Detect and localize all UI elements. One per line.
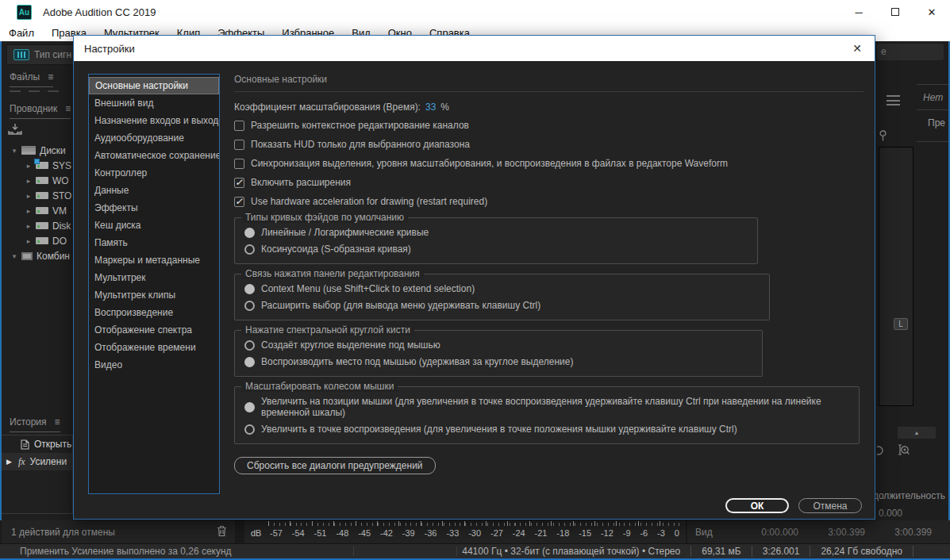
level-meter[interactable]: dB -57-54-51-48-45-42-39-36-33-30-27-24-…	[244, 520, 686, 543]
panel-menu-icon[interactable]: ≡	[65, 103, 71, 114]
category-control-surface[interactable]: Контроллер	[89, 164, 219, 182]
duration-column-header: должительность	[875, 490, 945, 501]
maximize-button[interactable]	[877, 0, 913, 24]
radio-row[interactable]: Линейные / Логарифмические кривые	[244, 227, 748, 238]
chevron-right-icon[interactable]: ▸	[25, 222, 32, 230]
checkbox-row-hardware-acceleration[interactable]: ✓ Use hardware acceleration for drawing …	[234, 195, 863, 208]
category-multitrack-clips[interactable]: Мультитрек клипы	[89, 286, 219, 304]
tree-row-drive[interactable]: ▸ WO	[2, 173, 73, 188]
menu-file[interactable]: Файл	[0, 27, 43, 39]
radio-row[interactable]: Воспроизводить место под мышью (удержива…	[244, 356, 752, 367]
meter-unit-label: dB	[251, 528, 261, 538]
category-appearance[interactable]: Внешний вид	[89, 94, 219, 112]
history-item-amplify[interactable]: ▶ fx Усилени	[2, 453, 72, 470]
tree-label: Диски	[40, 145, 66, 156]
history-item-open[interactable]: Открыть	[2, 435, 72, 453]
ok-button[interactable]: ОК	[725, 498, 789, 513]
history-panel-tab[interactable]: История ≡	[10, 416, 60, 432]
zoom-partial-icon[interactable]	[877, 445, 887, 456]
minimize-button[interactable]: ─	[840, 0, 877, 24]
signal-type-toolbar[interactable]: Тип сигн	[6, 44, 73, 65]
category-video[interactable]: Видео	[89, 356, 219, 374]
category-effects[interactable]: Эффекты	[89, 199, 219, 217]
radio-label: Воспроизводить место под мышью (удержива…	[261, 356, 573, 367]
radio-selected-icon[interactable]	[244, 228, 255, 238]
checkbox-checked-icon[interactable]: ✓	[234, 178, 244, 188]
scrollbar-fragment[interactable]: ▲	[898, 427, 936, 439]
text-field-fragment[interactable]: е	[877, 44, 944, 60]
chevron-right-icon[interactable]: ▸	[25, 177, 32, 185]
checkbox-label: Разрешить контекстное редактирование кан…	[251, 120, 469, 131]
radio-selected-icon[interactable]	[244, 402, 255, 412]
audition-logo-icon: Au	[17, 5, 32, 20]
editor-area-fragment[interactable]: L	[879, 147, 913, 406]
radio-selected-icon[interactable]	[244, 357, 255, 367]
radio-unselected-icon[interactable]	[244, 424, 255, 435]
drive-icon	[36, 222, 48, 229]
radio-label: Линейные / Логарифмические кривые	[261, 227, 429, 238]
checkbox-unchecked-icon[interactable]	[234, 121, 244, 131]
view-time-row: Вид 0:00.000 3:00.399 3:00.399	[687, 520, 950, 543]
category-audio-hardware[interactable]: Аудиооборудование	[89, 129, 219, 147]
radio-row[interactable]: Context Menu (use Shift+Click to extend …	[244, 283, 760, 294]
checkbox-checked-icon[interactable]: ✓	[234, 197, 244, 207]
radio-unselected-icon[interactable]	[244, 301, 255, 311]
category-data[interactable]: Данные	[89, 182, 219, 199]
undo-status-text: 1 действий для отмены	[11, 527, 115, 538]
chevron-right-icon[interactable]: ▸	[25, 162, 32, 170]
panel-menu-icon[interactable]: ≡	[55, 416, 60, 428]
radio-selected-icon[interactable]	[244, 284, 255, 294]
category-multitrack[interactable]: Мультитрек	[89, 269, 219, 286]
pin-icon[interactable]	[879, 130, 887, 141]
reset-warning-dialogs-button[interactable]: Сбросить все диалоги предупреждений	[234, 457, 436, 474]
tree-row-disks[interactable]: ▾ Диски	[2, 143, 73, 158]
radio-row[interactable]: Расширить выбор (для вывода меню удержив…	[244, 300, 760, 311]
trash-icon[interactable]	[217, 525, 227, 537]
radio-unselected-icon[interactable]	[244, 244, 255, 255]
category-media-cache[interactable]: Кеш диска	[89, 217, 219, 234]
category-markers-metadata[interactable]: Маркеры и метаданные	[89, 251, 219, 269]
radio-unselected-icon[interactable]	[244, 340, 255, 351]
dialog-close-button[interactable]: ✕	[840, 36, 875, 61]
category-spectral-display[interactable]: Отображение спектра	[89, 321, 219, 339]
checkbox-row-extensions[interactable]: ✓ Включить расширения	[234, 176, 863, 189]
close-button[interactable]: ✕	[913, 0, 950, 24]
files-panel-tab[interactable]: Файлы ≡	[10, 71, 53, 87]
zoom-factor-value[interactable]: 33	[425, 102, 436, 113]
checkbox-row-channel-editing[interactable]: Разрешить контекстное редактирование кан…	[234, 119, 863, 132]
tree-row-network[interactable]: ▾ Комбин	[2, 248, 73, 263]
checkbox-row-sync[interactable]: Синхронизация выделения, уровня масштаби…	[234, 157, 863, 170]
tree-row-drive[interactable]: ▸ DO	[2, 233, 73, 248]
radio-row[interactable]: Косинусоида (S-образная кривая)	[244, 244, 748, 255]
list-icon[interactable]	[887, 95, 900, 105]
checkbox-row-hud[interactable]: Показать HUD только для выбранного диапа…	[234, 138, 863, 151]
left-channel-badge[interactable]: L	[894, 318, 908, 330]
radio-row[interactable]: Увеличить на позиции мышки (для увеличен…	[244, 396, 849, 418]
category-playback[interactable]: Воспроизведение	[89, 304, 219, 321]
checkbox-unchecked-icon[interactable]	[234, 140, 244, 150]
chevron-right-icon[interactable]: ▸	[25, 207, 32, 215]
radio-row[interactable]: Создаёт круглое выделение под мышью	[244, 339, 752, 351]
chevron-right-icon[interactable]: ▸	[25, 237, 32, 245]
undo-status: 1 действий для отмены	[2, 520, 235, 543]
window-title: Adobe Audition CC 2019	[43, 6, 156, 18]
category-channel-mapping[interactable]: Назначение входов и выходов	[89, 112, 219, 129]
category-auto-save[interactable]: Автоматическое сохранение	[89, 147, 219, 164]
category-time-display[interactable]: Отображение времени	[89, 339, 219, 356]
tree-row-drive[interactable]: ▸ STO	[2, 188, 73, 203]
chevron-down-icon[interactable]: ▾	[11, 147, 17, 155]
category-general[interactable]: Основные настройки	[89, 77, 219, 94]
tree-row-drive[interactable]: ▸ VM	[2, 203, 73, 218]
chevron-down-icon[interactable]: ▾	[11, 252, 17, 260]
panel-menu-icon[interactable]: ≡	[48, 71, 53, 82]
category-memory[interactable]: Память	[89, 234, 219, 251]
cancel-button[interactable]: Отмена	[798, 498, 862, 513]
chevron-right-icon[interactable]: ▸	[25, 192, 32, 200]
zoom-in-vertical-icon[interactable]	[895, 444, 910, 457]
tree-row-drive[interactable]: ▸ SYS	[2, 158, 73, 173]
tree-row-drive[interactable]: ▸ Disk	[2, 218, 73, 233]
radio-row[interactable]: Увеличить в точке воспроизведения (для у…	[244, 424, 849, 435]
explorer-panel-tab[interactable]: Проводник ≡	[10, 103, 71, 119]
checkbox-unchecked-icon[interactable]	[234, 159, 244, 169]
import-download-icon[interactable]	[8, 124, 22, 136]
